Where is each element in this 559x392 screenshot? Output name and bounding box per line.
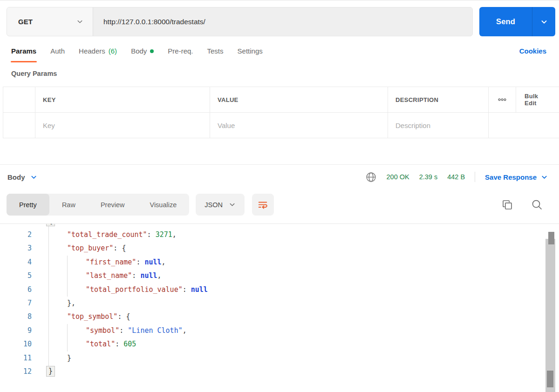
fold-marker[interactable]: { (46, 223, 55, 226)
tab-auth[interactable]: Auth (50, 47, 65, 62)
row-select-cell (3, 113, 35, 138)
line-number: 1 (0, 223, 41, 225)
fold-marker[interactable]: } (46, 366, 55, 377)
tab-pre-req[interactable]: Pre-req. (168, 47, 193, 62)
code-text: } (41, 354, 71, 362)
tab-settings[interactable]: Settings (238, 47, 263, 62)
code-line: 4"first_name": null, (0, 255, 559, 269)
view-tab-visualize[interactable]: Visualize (137, 194, 189, 216)
param-value-input[interactable] (218, 122, 380, 129)
param-key-cell (35, 113, 210, 138)
code-text: "symbol": "Linen Cloth", (41, 326, 187, 335)
method-select[interactable]: GET (7, 7, 93, 36)
token-punc: : (132, 271, 140, 280)
bulk-edit-button[interactable]: Bulk Edit (516, 87, 559, 112)
chevron-down-icon (229, 201, 236, 208)
select-column-header (3, 87, 35, 112)
line-number: 4 (0, 258, 41, 266)
tab-tests[interactable]: Tests (207, 47, 224, 62)
copy-icon[interactable] (502, 199, 513, 210)
format-select[interactable]: JSON (196, 194, 245, 216)
line-number: 7 (0, 299, 41, 307)
format-label: JSON (205, 201, 223, 209)
code-line: 8"top_symbol": { (0, 310, 559, 324)
token-punc: : (183, 285, 191, 294)
tab-headers[interactable]: Headers(6) (79, 47, 117, 62)
view-tab-pretty[interactable]: Pretty (7, 194, 49, 216)
cookies-link[interactable]: Cookies (519, 47, 546, 55)
param-description-input[interactable] (395, 122, 481, 129)
token-punc: }, (67, 299, 75, 307)
wrap-lines-icon (258, 200, 268, 210)
tab-label: Params (11, 47, 36, 55)
scrollbar-track[interactable] (545, 239, 555, 392)
response-header: Body 200 OK 2.39 s 442 B Save Response (0, 165, 559, 189)
line-number: 10 (0, 340, 41, 348)
token-punc: : (136, 258, 144, 266)
response-toolbar: PrettyRawPreviewVisualize JSON (7, 194, 552, 216)
method-url-group: GET http://127.0.0.1:8000/tradestats/ (7, 7, 473, 36)
token-num: 605 (123, 340, 136, 348)
token-key: "top_buyer" (67, 244, 113, 252)
response-meta: 200 OK 2.39 s 442 B Save Response (365, 171, 548, 183)
token-punc: : { (113, 244, 126, 252)
code-text: "first_name": null, (41, 258, 166, 266)
view-tab-raw[interactable]: Raw (49, 194, 88, 216)
response-body-viewer[interactable]: 1{2"total_trade_count": 3271,3"top_buyer… (0, 223, 559, 388)
token-key: "last_name" (86, 271, 132, 280)
token-punc: , (172, 230, 177, 239)
token-punc: : (119, 326, 128, 335)
scrollbar-thumb[interactable] (547, 371, 553, 387)
method-label: GET (18, 18, 76, 26)
code-text: "last_name": null, (41, 271, 162, 280)
chevron-down-icon (541, 174, 548, 181)
table-header-row: KEY VALUE DESCRIPTION Bulk Edit (3, 87, 559, 113)
code-text: "total": 605 (41, 340, 136, 348)
more-options-button[interactable] (489, 87, 516, 112)
request-tabs-list: ParamsAuthHeaders(6)BodyPre-req.TestsSet… (11, 47, 277, 62)
code-line: 12} (0, 365, 559, 378)
save-response-label: Save Response (485, 173, 537, 181)
save-response-button[interactable]: Save Response (485, 173, 548, 181)
request-bar: GET http://127.0.0.1:8000/tradestats/ Se… (7, 7, 555, 36)
token-key: "symbol" (86, 326, 119, 335)
code-text: }, (41, 299, 75, 307)
token-punc: , (183, 326, 187, 335)
tab-body[interactable]: Body (131, 47, 154, 62)
chevron-down-icon (540, 18, 548, 26)
json-code: 1{2"total_trade_count": 3271,3"top_buyer… (0, 223, 559, 378)
view-tab-preview[interactable]: Preview (88, 194, 137, 216)
line-number: 8 (0, 312, 41, 321)
token-punc: : (147, 230, 156, 239)
response-size: 442 B (447, 173, 465, 181)
network-globe-icon[interactable] (365, 171, 377, 183)
divider (475, 172, 475, 182)
line-number: 3 (0, 244, 41, 252)
line-number: 11 (0, 354, 41, 362)
code-text: "top_buyer": { (41, 244, 126, 252)
token-punc: } (67, 354, 71, 362)
send-options-button[interactable] (532, 7, 555, 36)
search-icon[interactable] (531, 199, 543, 210)
line-number: 5 (0, 271, 41, 280)
description-column-header: DESCRIPTION (388, 87, 489, 112)
token-key: "first_name" (86, 258, 136, 266)
chevron-down-icon (30, 174, 37, 181)
token-null: null (191, 285, 208, 294)
tab-params[interactable]: Params (11, 47, 36, 62)
code-line: 3"top_buyer": { (0, 242, 559, 255)
wrap-lines-button[interactable] (252, 194, 274, 216)
send-button[interactable]: Send (479, 7, 532, 36)
param-key-input[interactable] (43, 122, 202, 129)
code-text: "total_portfolio_value": null (41, 285, 208, 294)
request-tabs: ParamsAuthHeaders(6)BodyPre-req.TestsSet… (11, 47, 546, 62)
scrollbar-thumb[interactable] (548, 232, 554, 244)
code-text: { (41, 223, 55, 226)
body-active-dot-icon (150, 49, 154, 53)
url-input[interactable]: http://127.0.0.1:8000/tradestats/ (93, 7, 472, 36)
tab-label: Pre-req. (168, 47, 193, 55)
token-key: "top_symbol" (67, 312, 117, 321)
code-line: 9"symbol": "Linen Cloth", (0, 324, 559, 337)
response-view-tabs: PrettyRawPreviewVisualize (7, 194, 189, 216)
response-body-dropdown[interactable]: Body (7, 173, 37, 181)
